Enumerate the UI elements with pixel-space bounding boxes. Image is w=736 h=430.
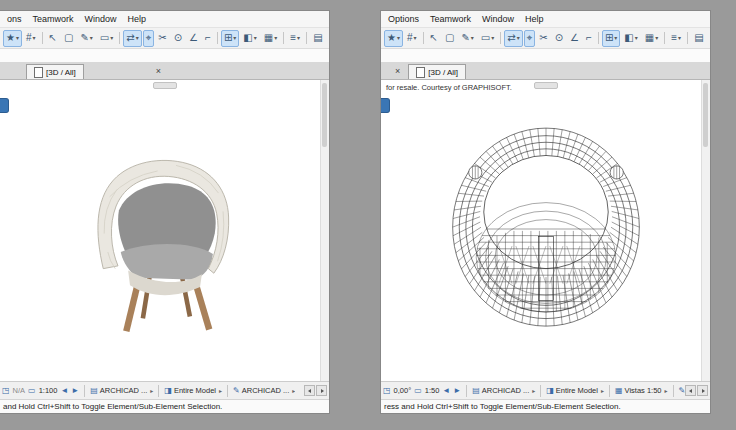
- marquee-tool-icon[interactable]: ▢: [61, 30, 76, 47]
- menu-item[interactable]: Window: [84, 14, 118, 24]
- view-scale-selector[interactable]: ▦Vistas 1:50▸: [615, 386, 668, 395]
- scale-readout[interactable]: 1:50: [425, 386, 440, 395]
- coordinate-readout[interactable]: N/A: [13, 386, 26, 395]
- panel-icon[interactable]: ▤: [691, 30, 706, 47]
- gravity-tool-icon-glyph: ⌖: [146, 33, 152, 43]
- angle-readout[interactable]: 0,00°: [394, 386, 412, 395]
- menu-item[interactable]: Window: [481, 14, 515, 24]
- docked-palette-tab[interactable]: [381, 98, 390, 113]
- grid-snap-icon[interactable]: #▾: [404, 30, 420, 47]
- zoom-tool-icon[interactable]: ⊙: [171, 30, 185, 47]
- scroll-right-icon[interactable]: [697, 385, 708, 396]
- shaded-chair-image: [72, 123, 257, 339]
- menu-item[interactable]: Teamwork: [32, 14, 75, 24]
- splitter-handle[interactable]: [534, 82, 558, 89]
- message-bar: ress and Hold Ctrl+Shift to Toggle Eleme…: [381, 399, 710, 413]
- docked-palette-tab[interactable]: [0, 98, 9, 113]
- grid-snap-icon[interactable]: #▾: [23, 30, 39, 47]
- move-tool-icon[interactable]: ⇄▾: [504, 30, 522, 47]
- 3d-viewport[interactable]: for resale. Courtesy of GRAPHISOFT.: [381, 80, 710, 381]
- menu-item[interactable]: ons: [6, 14, 23, 24]
- zoom-prev-icon[interactable]: ◄: [60, 387, 68, 395]
- shape-tool-icon[interactable]: ▭▾: [97, 30, 116, 47]
- zoom-prev-icon-glyph: ◄: [60, 387, 68, 395]
- layout-mode-icon[interactable]: ▦▾: [642, 30, 661, 47]
- offset-tool-icon[interactable]: ⌐: [202, 30, 214, 47]
- scroll-left-icon[interactable]: [685, 385, 696, 396]
- tracker-icon[interactable]: ◳: [383, 387, 391, 395]
- tab-label: [3D / All]: [428, 68, 458, 77]
- label: 1:50: [425, 386, 440, 395]
- tracker-icon[interactable]: ◳: [2, 387, 10, 395]
- panel-icon[interactable]: ▤: [310, 30, 325, 47]
- layout-mode-icon[interactable]: ▦▾: [261, 30, 280, 47]
- trim-tool-icon[interactable]: ✂: [536, 30, 550, 47]
- zoom-next-icon[interactable]: ►: [453, 387, 461, 395]
- panel-icon-glyph: ▤: [313, 33, 322, 43]
- scale-readout[interactable]: 1:100: [39, 386, 58, 395]
- list-view-icon[interactable]: ≡▾: [668, 30, 684, 47]
- layout-mode-icon-glyph: ▦: [645, 33, 654, 43]
- offset-tool-icon[interactable]: ⌐: [583, 30, 595, 47]
- menu-item[interactable]: Options: [387, 14, 420, 24]
- zoom-box-icon[interactable]: ▭: [28, 387, 36, 395]
- structure-filter-selector[interactable]: ◨Entire Model▸: [164, 386, 222, 395]
- shading-mode-icon[interactable]: ◧▾: [240, 30, 259, 47]
- layer-combination-selector[interactable]: ▤ARCHICAD ...▸: [472, 386, 535, 395]
- layer-combination-selector[interactable]: ▤ARCHICAD ...▸: [90, 386, 153, 395]
- zoom-prev-icon-glyph: ◄: [442, 387, 450, 395]
- shape-tool-icon[interactable]: ▭▾: [478, 30, 497, 47]
- zoom-prev-icon[interactable]: ◄: [442, 387, 450, 395]
- label: 1:100: [39, 386, 58, 395]
- menu-item[interactable]: Help: [127, 14, 148, 24]
- menu-item[interactable]: Help: [524, 14, 545, 24]
- list-view-icon[interactable]: ≡▾: [287, 30, 303, 47]
- dropdown-caret-icon: ▾: [414, 35, 417, 41]
- tab-3d-all[interactable]: [3D / All]: [26, 64, 84, 79]
- vertical-scrollbar-thumb[interactable]: [322, 83, 327, 147]
- vertical-scrollbar-thumb[interactable]: [703, 83, 708, 147]
- frame-icon[interactable]: ⊡: [327, 30, 329, 47]
- zoom-next-icon[interactable]: ►: [71, 387, 79, 395]
- gravity-tool-icon[interactable]: ⌖: [143, 30, 155, 47]
- angle-tool-icon[interactable]: ∠: [186, 30, 201, 47]
- arrow-tool-icon[interactable]: ↖: [46, 30, 60, 47]
- frame-icon[interactable]: ⊡: [708, 30, 710, 47]
- splitter-handle[interactable]: [153, 82, 177, 89]
- tab-3d-all[interactable]: [3D / All]: [408, 64, 466, 79]
- scroll-right-icon[interactable]: [316, 385, 327, 396]
- pen-set-selector[interactable]: ✎ARCHICAD ...▸: [233, 386, 295, 395]
- grid-snap-icon-glyph: #: [407, 33, 413, 43]
- structure-filter-selector[interactable]: ◨Entire Model▸: [546, 386, 604, 395]
- favorites-icon[interactable]: ★▾: [384, 30, 403, 47]
- label: N/A: [13, 386, 26, 395]
- grid-view-icon[interactable]: ⊞▾: [602, 30, 620, 47]
- grid-view-icon[interactable]: ⊞▾: [221, 30, 239, 47]
- menu-item[interactable]: Teamwork: [429, 14, 472, 24]
- marquee-tool-icon[interactable]: ▢: [442, 30, 457, 47]
- gravity-tool-icon[interactable]: ⌖: [524, 30, 536, 47]
- 3d-viewport[interactable]: [0, 80, 329, 381]
- trim-tool-icon[interactable]: ✂: [155, 30, 169, 47]
- label: ARCHICAD ...: [100, 386, 148, 395]
- wireframe-chair-svg: [447, 125, 645, 333]
- panel-icon-glyph: ▤: [694, 33, 703, 43]
- move-tool-icon[interactable]: ⇄▾: [123, 30, 141, 47]
- arrow-tool-icon[interactable]: ↖: [427, 30, 441, 47]
- pen-tool-icon[interactable]: ✎▾: [458, 30, 476, 47]
- shading-mode-icon[interactable]: ◧▾: [621, 30, 640, 47]
- scroll-left-icon[interactable]: [304, 385, 315, 396]
- vertical-scrollbar[interactable]: [701, 80, 710, 381]
- toolbar: ★▾#▾↖▢✎▾▭▾⇄▾⌖✂⊙∠⌐⊞▾◧▾▦▾≡▾▤⊡: [0, 28, 329, 49]
- trim-tool-icon-glyph: ✂: [158, 33, 166, 43]
- zoom-box-icon[interactable]: ▭: [414, 387, 422, 395]
- pen-tool-icon[interactable]: ✎▾: [77, 30, 95, 47]
- vertical-scrollbar[interactable]: [320, 80, 329, 381]
- zoom-tool-icon[interactable]: ⊙: [552, 30, 566, 47]
- tab-close-icon[interactable]: ×: [156, 64, 161, 79]
- shape-tool-icon-glyph: ▭: [481, 33, 490, 43]
- favorites-icon[interactable]: ★▾: [3, 30, 22, 47]
- tab-close-icon[interactable]: ×: [395, 64, 400, 79]
- list-view-icon-glyph: ≡: [290, 33, 296, 43]
- angle-tool-icon[interactable]: ∠: [567, 30, 582, 47]
